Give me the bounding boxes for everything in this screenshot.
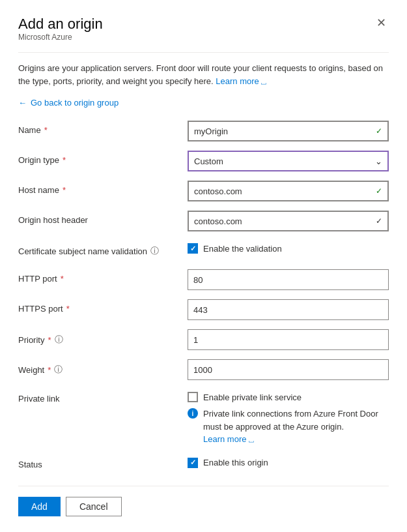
origin-type-label: Origin type * — [18, 151, 188, 165]
description-text: Origins are your application servers. Fr… — [18, 63, 383, 86]
private-link-info-section: i Private link connections from Azure Fr… — [188, 407, 389, 446]
https-port-input[interactable] — [188, 299, 389, 320]
weight-info-icon[interactable]: ⓘ — [54, 364, 63, 376]
private-link-control: Enable private link service i Private li… — [188, 389, 389, 446]
footer-buttons: Add Cancel — [18, 486, 389, 516]
status-checkbox-label: Enable this origin — [203, 458, 268, 467]
priority-info-icon[interactable]: ⓘ — [55, 334, 63, 346]
cert-validation-checkbox-row: ✓ Enable the validation — [188, 241, 389, 254]
host-name-select-field[interactable]: contoso.com — [188, 181, 389, 201]
weight-row: Weight * ⓘ — [18, 359, 389, 380]
origin-type-select-wrapper: Custom ⌄ — [188, 151, 389, 171]
https-port-control — [188, 299, 389, 320]
status-row: Status ✓ Enable this origin — [18, 455, 389, 475]
https-port-row: HTTPS port * — [18, 299, 389, 320]
private-link-label: Private link — [18, 389, 188, 404]
http-port-label: HTTP port * — [18, 269, 188, 284]
status-label: Status — [18, 455, 188, 469]
https-port-label: HTTPS port * — [18, 299, 188, 314]
weight-label: Weight * ⓘ — [18, 359, 188, 376]
back-arrow-icon: ← — [18, 98, 27, 108]
priority-control — [188, 329, 389, 350]
priority-label: Priority * ⓘ — [18, 329, 188, 346]
name-select-wrapper: myOrigin ✓ — [188, 121, 389, 141]
private-link-info-circle-icon: i — [188, 408, 198, 419]
cert-validation-row: Certificate subject name validation ⓘ ✓ … — [18, 241, 389, 260]
origin-type-row: Origin type * Custom ⌄ — [18, 151, 389, 171]
cert-validation-checkmark: ✓ — [190, 244, 196, 253]
close-button[interactable]: ✕ — [374, 16, 389, 30]
origin-host-header-select-wrapper: contoso.com ✓ — [188, 211, 389, 231]
host-name-row: Host name * contoso.com ✓ — [18, 181, 389, 201]
close-icon: ✕ — [376, 16, 386, 29]
origin-type-required-star: * — [63, 155, 66, 165]
name-select-field[interactable]: myOrigin — [188, 121, 389, 141]
name-label: Name * — [18, 121, 188, 135]
cert-validation-label: Certificate subject name validation ⓘ — [18, 241, 188, 257]
host-name-label: Host name * — [18, 181, 188, 195]
http-port-control — [188, 269, 389, 290]
private-link-learn-more-link[interactable]: Learn more ⎵ — [203, 434, 254, 444]
name-required-star: * — [44, 125, 48, 135]
name-row: Name * myOrigin ✓ — [18, 121, 389, 141]
name-control: myOrigin ✓ — [188, 121, 389, 141]
origin-type-control: Custom ⌄ — [188, 151, 389, 171]
cert-validation-info-icon[interactable]: ⓘ — [150, 245, 159, 257]
cancel-button[interactable]: Cancel — [66, 497, 122, 516]
host-name-select-wrapper: contoso.com ✓ — [188, 181, 389, 201]
https-port-required-star: * — [66, 304, 70, 314]
status-checkbox-row: ✓ Enable this origin — [188, 455, 389, 468]
description-learn-more-link[interactable]: Learn more ⎵ — [216, 76, 266, 86]
priority-input[interactable] — [188, 329, 389, 350]
add-button[interactable]: Add — [18, 497, 61, 516]
origin-type-select-field[interactable]: Custom — [188, 151, 389, 171]
host-name-control: contoso.com ✓ — [188, 181, 389, 201]
form-section: Name * myOrigin ✓ Origin type * — [18, 121, 389, 486]
priority-row: Priority * ⓘ — [18, 329, 389, 350]
weight-required-star: * — [48, 365, 51, 375]
origin-host-header-row: Origin host header contoso.com ✓ — [18, 211, 389, 231]
cert-validation-checkbox[interactable]: ✓ — [188, 243, 198, 254]
origin-host-header-control: contoso.com ✓ — [188, 211, 389, 231]
status-control: ✓ Enable this origin — [188, 455, 389, 468]
host-name-required-star: * — [63, 185, 66, 195]
panel-title: Add an origin — [18, 16, 103, 33]
cert-validation-checkbox-label: Enable the validation — [203, 244, 282, 254]
http-port-input[interactable] — [188, 269, 389, 290]
status-checkbox[interactable]: ✓ — [188, 458, 198, 468]
priority-required-star: * — [48, 335, 51, 345]
origin-host-header-label: Origin host header — [18, 211, 188, 225]
panel-subtitle: Microsoft Azure — [18, 33, 103, 42]
http-port-required-star: * — [61, 274, 64, 284]
cert-validation-control: ✓ Enable the validation — [188, 241, 389, 254]
private-link-info-text: Private link connections from Azure Fron… — [203, 407, 389, 446]
origin-host-header-select-field[interactable]: contoso.com — [188, 211, 389, 231]
weight-input[interactable] — [188, 359, 389, 380]
status-checkmark: ✓ — [190, 458, 196, 467]
external-link-icon: ⎵ — [261, 76, 266, 86]
private-link-checkbox-row: Enable private link service — [188, 389, 389, 402]
panel-header: Add an origin Microsoft Azure ✕ — [18, 16, 389, 51]
private-link-checkbox-label: Enable private link service — [203, 392, 302, 402]
weight-control — [188, 359, 389, 380]
add-origin-panel: Add an origin Microsoft Azure ✕ Origins … — [0, 0, 407, 532]
private-link-external-icon: ⎵ — [249, 434, 254, 444]
http-port-row: HTTP port * — [18, 269, 389, 290]
back-to-origin-group-link[interactable]: ← Go back to origin group — [18, 98, 389, 108]
panel-description: Origins are your application servers. Fr… — [18, 52, 389, 87]
private-link-checkbox[interactable] — [188, 392, 198, 402]
private-link-row: Private link Enable private link service… — [18, 389, 389, 446]
